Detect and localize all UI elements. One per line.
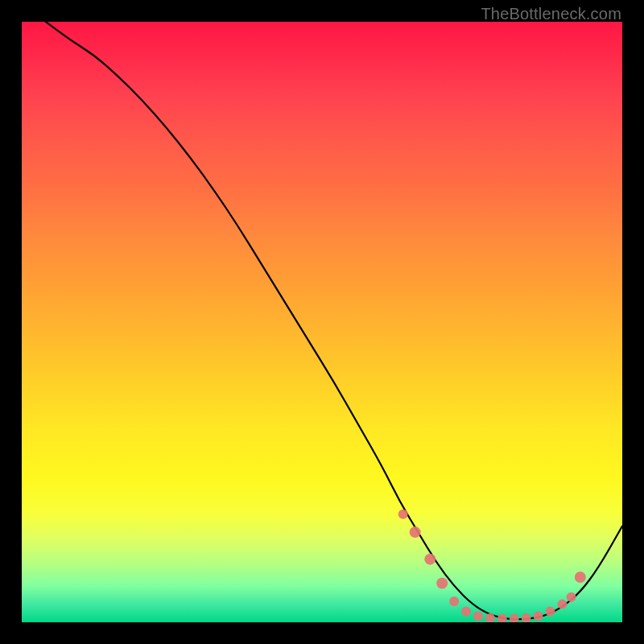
curve-marker <box>436 578 448 589</box>
curve-marker <box>461 607 471 617</box>
curve-markers <box>398 510 586 622</box>
chart-area <box>22 22 622 622</box>
curve-marker <box>410 526 421 538</box>
curve-marker <box>567 592 576 602</box>
curve-marker <box>545 607 555 617</box>
curve-marker <box>449 597 459 606</box>
curve-marker <box>398 510 408 519</box>
watermark-text: TheBottleneck.com <box>481 5 621 23</box>
chart-svg <box>22 22 622 622</box>
curve-marker <box>424 554 436 565</box>
curve-marker <box>497 614 507 622</box>
curve-marker <box>534 612 543 621</box>
curve-marker <box>473 612 483 621</box>
curve-marker <box>557 600 567 609</box>
curve-marker <box>522 613 531 622</box>
bottleneck-curve-line <box>22 22 622 619</box>
curve-marker <box>575 572 586 583</box>
curve-marker <box>485 613 495 622</box>
curve-marker <box>510 614 519 622</box>
